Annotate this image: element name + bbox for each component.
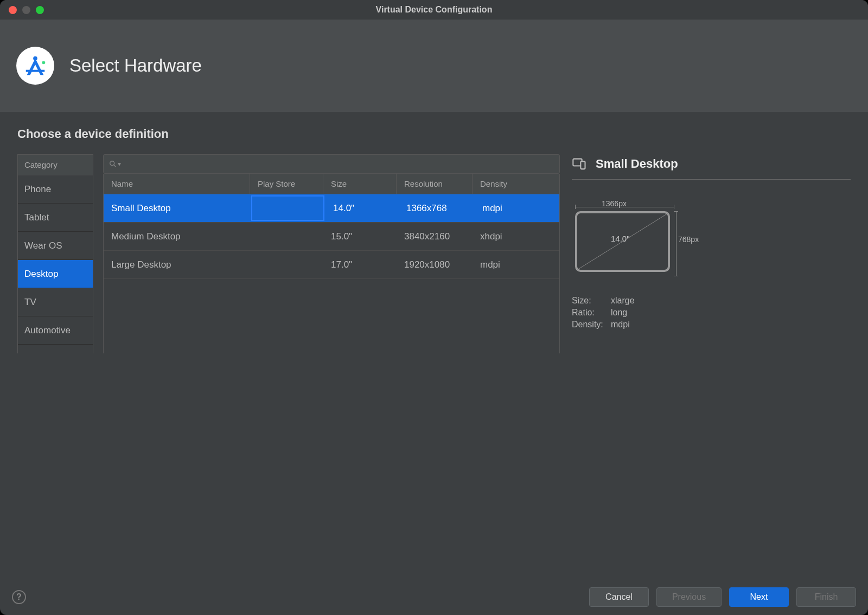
- col-play-store[interactable]: Play Store: [250, 174, 323, 194]
- devices-icon: [572, 156, 587, 172]
- device-cell-name: Large Desktop: [104, 251, 250, 278]
- minimize-window-button[interactable]: [22, 6, 30, 14]
- device-cell-den: mdpi: [475, 194, 559, 222]
- svg-rect-1: [26, 70, 45, 72]
- section-title: Choose a device definition: [17, 127, 851, 141]
- svg-line-4: [114, 165, 116, 167]
- col-resolution[interactable]: Resolution: [397, 174, 473, 194]
- device-cell-res: 1366x768: [399, 194, 475, 222]
- svg-point-2: [42, 61, 45, 64]
- device-preview-diagram: 1366px 768px 14.0": [572, 201, 702, 283]
- android-studio-icon: [16, 47, 54, 85]
- device-cell-res: 1920x1080: [397, 251, 473, 278]
- cancel-button[interactable]: Cancel: [589, 587, 649, 607]
- device-cell-play: [250, 223, 323, 250]
- device-table: Name Play Store Size Resolution Density …: [103, 174, 560, 353]
- search-input[interactable]: [121, 159, 554, 169]
- spec-ratio-label: Ratio:: [572, 308, 611, 318]
- category-item-phone[interactable]: Phone: [18, 175, 93, 204]
- preview-specs: Size: xlarge Ratio: long Density: mdpi: [572, 296, 851, 329]
- device-cell-res: 3840x2160: [397, 223, 473, 250]
- category-item-legacy[interactable]: Legacy: [18, 345, 93, 353]
- search-icon: [109, 160, 117, 168]
- category-item-desktop[interactable]: Desktop: [18, 260, 93, 288]
- spec-ratio-value: long: [611, 308, 851, 318]
- col-density[interactable]: Density: [473, 174, 559, 194]
- preview-diagonal-label: 14.0": [611, 234, 630, 243]
- device-cell-play: [251, 195, 324, 221]
- spec-density-value: mdpi: [611, 320, 851, 329]
- category-item-tv[interactable]: TV: [18, 288, 93, 316]
- preview-height-label: 768px: [678, 235, 699, 244]
- device-cell-size: 15.0": [323, 223, 397, 250]
- window: Virtual Device Configuration Select Hard…: [0, 0, 868, 615]
- help-button[interactable]: ?: [12, 590, 26, 604]
- svg-point-3: [110, 161, 114, 166]
- spec-density-label: Density:: [572, 320, 611, 329]
- preview-title: Small Desktop: [596, 157, 678, 171]
- search-field[interactable]: ▾: [103, 154, 560, 174]
- device-cell-play: [250, 251, 323, 278]
- category-list: Category PhoneTabletWear OSDesktopTVAuto…: [17, 154, 93, 353]
- previous-button[interactable]: Previous: [656, 587, 722, 607]
- page-title: Select Hardware: [69, 55, 202, 76]
- window-title: Virtual Device Configuration: [0, 5, 868, 15]
- device-cell-name: Small Desktop: [104, 194, 250, 222]
- next-button[interactable]: Next: [729, 587, 789, 607]
- device-cell-name: Medium Desktop: [104, 223, 250, 250]
- device-cell-den: mdpi: [473, 251, 559, 278]
- finish-button[interactable]: Finish: [796, 587, 856, 607]
- footer: ? Cancel Previous Next Finish: [0, 579, 868, 615]
- maximize-window-button[interactable]: [36, 6, 44, 14]
- spec-size-label: Size:: [572, 296, 611, 306]
- category-item-automotive[interactable]: Automotive: [18, 316, 93, 345]
- preview-width-label: 1366px: [602, 199, 627, 208]
- category-item-wear-os[interactable]: Wear OS: [18, 232, 93, 260]
- preview-panel: Small Desktop 1366px 768px 14.0" Size: x…: [572, 154, 851, 353]
- device-table-header: Name Play Store Size Resolution Density: [104, 174, 559, 194]
- svg-rect-6: [580, 161, 585, 169]
- category-item-tablet[interactable]: Tablet: [18, 204, 93, 232]
- category-header: Category: [18, 155, 93, 175]
- device-cell-size: 14.0": [326, 194, 399, 222]
- header: Select Hardware: [0, 20, 868, 112]
- close-window-button[interactable]: [9, 6, 17, 14]
- spec-size-value: xlarge: [611, 296, 851, 306]
- device-row[interactable]: Large Desktop17.0"1920x1080mdpi: [104, 251, 559, 279]
- col-name[interactable]: Name: [104, 174, 250, 194]
- col-size[interactable]: Size: [323, 174, 397, 194]
- device-row[interactable]: Medium Desktop15.0"3840x2160xhdpi: [104, 223, 559, 251]
- device-cell-den: xhdpi: [473, 223, 559, 250]
- window-controls: [9, 6, 44, 14]
- device-row[interactable]: Small Desktop14.0"1366x768mdpi: [104, 194, 559, 223]
- device-cell-size: 17.0": [323, 251, 397, 278]
- titlebar: Virtual Device Configuration: [0, 0, 868, 20]
